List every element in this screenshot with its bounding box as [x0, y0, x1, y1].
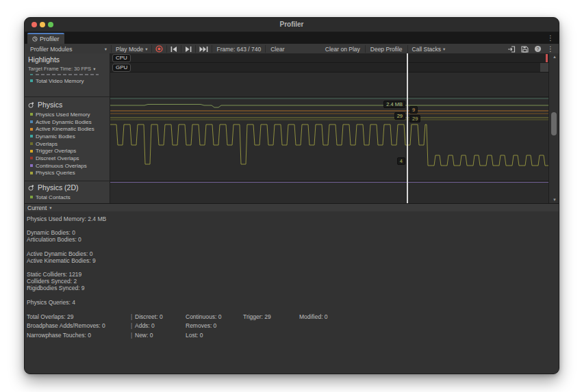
scroll-down-icon[interactable]: ▼: [549, 198, 559, 202]
play-mode-dropdown[interactable]: Play Mode ▾: [112, 44, 151, 54]
column-divider: |: [131, 331, 132, 340]
chevron-down-icon: ▾: [145, 47, 147, 52]
legend-item[interactable]: Trigger Overlaps: [28, 147, 110, 155]
legend-color-swatch: [30, 79, 33, 82]
physics-title: Physics: [38, 101, 62, 109]
record-icon: [155, 45, 163, 53]
clear-on-play-toggle[interactable]: Clear on Play: [321, 44, 364, 54]
legend-color-swatch: [30, 150, 33, 153]
legend-item[interactable]: Discreet Overlaps: [28, 155, 110, 162]
legend-item[interactable]: Overlaps: [28, 140, 110, 148]
profiler-modules-dropdown[interactable]: Profiler Modules ▾: [27, 44, 110, 54]
legend-label: Overlaps: [36, 141, 58, 147]
legend-item[interactable]: Active Kinematic Bodies: [28, 125, 110, 133]
physics2d-chart-row[interactable]: [110, 181, 548, 203]
table-cell: New: 0: [135, 331, 153, 340]
load-icon: [507, 46, 516, 53]
physics-chart-row[interactable]: [110, 96, 548, 181]
legend-label: Trigger Overlaps: [36, 148, 76, 154]
vertical-scrollbar[interactable]: ▲ ▼: [548, 53, 559, 203]
help-button[interactable]: ?: [531, 44, 544, 54]
cpu-spike-bar: [546, 54, 548, 62]
record-button[interactable]: [153, 44, 166, 54]
legend-color-swatch: [30, 142, 33, 145]
stat-line: Rigidbodies Synced: 9: [27, 285, 559, 291]
help-icon: ?: [534, 45, 542, 53]
frame-playhead[interactable]: [407, 53, 408, 203]
physics-chart: [110, 97, 548, 181]
tab-profiler[interactable]: Profiler: [27, 33, 64, 44]
legend-item[interactable]: Physics Queries: [28, 170, 110, 177]
gpu-chart-label: GPU: [112, 64, 131, 72]
table-row: Narrowphase Touches: 0|New: 0Lost: 0: [27, 331, 559, 340]
legend-label: Active Dynamic Bodies: [36, 119, 92, 125]
tab-label: Profiler: [40, 36, 60, 42]
legend-color-swatch: [30, 120, 33, 123]
toolbar-separator: [151, 45, 152, 53]
current-frame-button[interactable]: [197, 44, 211, 54]
physics-module[interactable]: Physics Physics Used MemoryActive Dynami…: [25, 96, 110, 181]
svg-text:?: ?: [537, 46, 540, 52]
target-frame-time-dropdown[interactable]: Target Frame Time: 30 FPS ▾: [28, 66, 110, 72]
legend-label: Physics Used Memory: [36, 112, 90, 118]
playhead-value-label: 9: [409, 106, 418, 114]
legend-label: Total Contacts: [36, 194, 71, 200]
toolbar-separator: [407, 45, 408, 53]
clipped-text: [36, 74, 99, 75]
legend-color-swatch: [30, 128, 33, 131]
toolbar-separator: [195, 45, 196, 53]
physics-queries-wave: [110, 125, 548, 166]
frame-counter: Frame: 643 / 740: [213, 44, 264, 54]
legend-label: Dynamic Bodies: [36, 133, 75, 140]
toolbar-kebab-icon[interactable]: ⋮: [544, 44, 557, 54]
legend-item[interactable]: Active Dynamic Bodies: [28, 118, 110, 126]
legend-color-swatch: [30, 157, 33, 159]
legend-item[interactable]: Continuous Overlaps: [28, 162, 110, 170]
scroll-up-icon[interactable]: ▲: [549, 55, 559, 59]
physics2d-module[interactable]: Physics (2D) Total Contacts: [25, 181, 110, 203]
clipped-legend-row: [30, 74, 110, 75]
physics2d-legend: Total Contacts: [28, 194, 110, 201]
gpu-chart-row[interactable]: GPU: [110, 63, 548, 73]
legend-item[interactable]: Total Contacts: [28, 194, 110, 201]
playhead-value-label: 29: [394, 112, 405, 120]
scrollbar-thumb[interactable]: [551, 112, 557, 135]
chevron-down-icon: ▾: [105, 47, 107, 52]
column-divider: |: [131, 313, 132, 322]
table-cell: Narrowphase Touches: 0: [27, 331, 91, 340]
toolbar-separator: [265, 45, 266, 53]
table-cell: Total Overlaps: 29: [27, 313, 74, 322]
cpu-chart-row[interactable]: CPU: [110, 53, 548, 63]
previous-frame-button[interactable]: [168, 44, 180, 54]
legend-color-swatch: [30, 172, 33, 174]
table-cell: Adds: 0: [135, 322, 155, 330]
stats-group: Physics Used Memory: 2.4 MB: [27, 215, 559, 222]
profiler-window: Profiler Profiler ⋮ Profiler Modules ▾ P…: [24, 17, 559, 374]
video-chart-row[interactable]: [110, 73, 548, 96]
stats-group: Active Dynamic Bodies: 0Active Kinematic…: [27, 250, 559, 264]
chevron-down-icon: ▾: [49, 205, 51, 211]
deep-profile-toggle[interactable]: Deep Profile: [366, 44, 407, 54]
physics2d-series-line: [110, 182, 548, 183]
legend-item[interactable]: Physics Used Memory: [28, 111, 110, 118]
highlights-module[interactable]: Highlights Target Frame Time: 30 FPS ▾ T…: [25, 53, 110, 96]
stat-line: Static Colliders: 1219: [27, 271, 559, 278]
legend-color-swatch: [30, 113, 33, 116]
timeline-charts[interactable]: CPU GPU 2.4 MB929294: [110, 53, 548, 203]
physics2d-title: Physics (2D): [38, 183, 79, 192]
save-icon: [521, 46, 529, 53]
call-stacks-dropdown[interactable]: Call Stacks ▾: [409, 44, 449, 54]
save-profile-button[interactable]: [518, 44, 531, 54]
legend-item[interactable]: Total Video Memory: [28, 77, 110, 85]
tab-menu-kebab-icon[interactable]: ⋮: [547, 34, 554, 43]
column-divider: |: [131, 322, 132, 330]
stat-line: Colliders Synced: 2: [27, 278, 559, 285]
load-profile-button[interactable]: [505, 44, 518, 54]
title-bar[interactable]: Profiler: [25, 18, 559, 32]
legend-label: Total Video Memory: [36, 78, 84, 84]
clear-button[interactable]: Clear: [266, 44, 288, 54]
table-row: Broadphase Adds/Removes: 0|Adds: 0Remove…: [27, 322, 559, 330]
stat-line: Dynamic Bodies: 0: [27, 229, 559, 236]
legend-item[interactable]: Dynamic Bodies: [28, 133, 110, 140]
next-frame-button[interactable]: [182, 44, 194, 54]
